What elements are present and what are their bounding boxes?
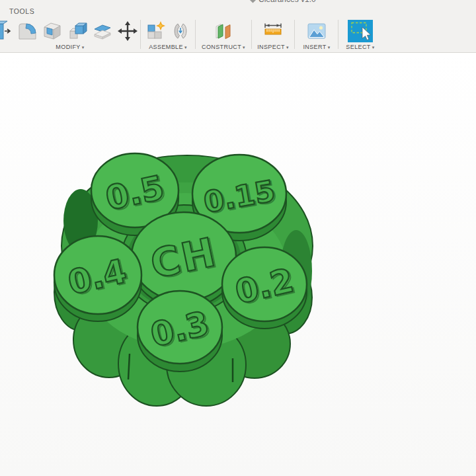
model-disc-04[interactable]: 0.4 0.4 (54, 236, 141, 321)
select-icon (348, 20, 373, 42)
insert-canvas-icon (306, 20, 327, 42)
offset-face-button[interactable] (91, 20, 114, 42)
fillet-icon (17, 20, 38, 42)
select-button[interactable] (347, 20, 374, 42)
construct-plane-icon (213, 20, 234, 42)
toolbar-group-label-assemble[interactable]: ASSEMBLE▾ (149, 44, 187, 50)
combine-button[interactable] (66, 20, 89, 42)
move-copy-icon (117, 20, 138, 42)
toolbar-group-select: SELECT▾ (338, 18, 382, 53)
toolbar: Clearances v1.0 TOOLS (0, 0, 476, 53)
measure-button[interactable] (262, 20, 284, 42)
toolbar-group-construct: CONSTRUCT▾ (196, 18, 251, 53)
toolbar-group-label-insert[interactable]: INSERT▾ (303, 44, 330, 50)
dropdown-arrow-icon: ▾ (243, 45, 245, 50)
dropdown-arrow-icon: ▾ (286, 45, 289, 50)
dropdown-arrow-icon: ▾ (184, 45, 187, 50)
insert-canvas-button[interactable] (305, 20, 328, 42)
measure-icon (262, 20, 284, 42)
model-disc-02[interactable]: 0.2 0.2 (222, 247, 307, 329)
toolbar-divider (140, 20, 141, 49)
document-icon (249, 0, 256, 3)
joint-icon (170, 20, 191, 42)
dropdown-arrow-icon: ▾ (82, 45, 85, 50)
fillet-button[interactable] (16, 20, 38, 42)
move-copy-button[interactable] (116, 20, 139, 42)
toolbar-divider (338, 20, 338, 49)
document-title: Clearances v1.0 (250, 0, 316, 4)
press-pull-icon (0, 20, 13, 42)
toolbar-divider (195, 20, 196, 49)
tab-tools[interactable]: TOOLS (9, 7, 34, 15)
press-pull-button[interactable] (0, 20, 13, 42)
toolbar-group-inspect: INSPECT▾ (252, 18, 294, 53)
toolbar-group-label-modify[interactable]: MODIFY▾ (56, 44, 84, 50)
joint-button[interactable] (169, 20, 192, 42)
toolbar-group-label-inspect[interactable]: INSPECT▾ (257, 44, 289, 50)
toolbar-group-label-construct[interactable]: CONSTRUCT▾ (202, 44, 245, 50)
toolbar-group-insert: INSERT▾ (295, 18, 338, 53)
model-clearance-test: 0.5 0.5 0.15 0.15 CH CH (0, 53, 476, 476)
new-component-button[interactable] (144, 20, 167, 42)
construct-plane-button[interactable] (212, 20, 235, 42)
model-disc-03[interactable]: 0.3 0.3 (138, 291, 222, 372)
dropdown-arrow-icon: ▾ (372, 45, 375, 50)
document-title-text: Clearances v1.0 (258, 0, 316, 4)
new-component-icon (145, 20, 166, 42)
toolbar-group-modify: MODIFY▾ (0, 18, 140, 53)
toolbar-group-assemble: ASSEMBLE▾ (141, 18, 195, 53)
shell-icon (42, 20, 63, 42)
viewport-canvas[interactable]: 0.5 0.5 0.15 0.15 CH CH (0, 53, 476, 476)
toolbar-divider (294, 20, 295, 49)
dropdown-arrow-icon: ▾ (328, 45, 331, 50)
fusion-360-window: Clearances v1.0 TOOLS (0, 0, 476, 476)
toolbar-group-label-select[interactable]: SELECT▾ (346, 44, 374, 50)
offset-face-icon (92, 20, 113, 42)
toolbar-divider (251, 20, 252, 49)
combine-icon (67, 20, 88, 42)
shell-button[interactable] (41, 20, 63, 42)
